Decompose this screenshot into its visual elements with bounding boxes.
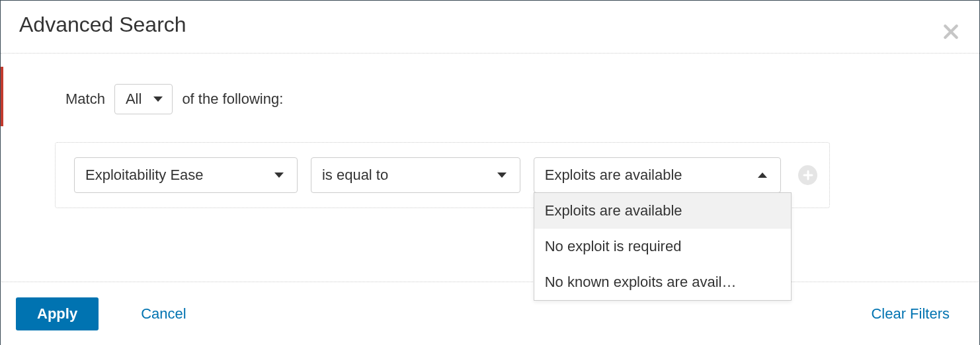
- cancel-link[interactable]: Cancel: [141, 305, 186, 323]
- close-icon[interactable]: [942, 23, 960, 40]
- match-suffix-label: of the following:: [182, 91, 283, 108]
- apply-button[interactable]: Apply: [16, 297, 99, 330]
- chevron-down-icon: [274, 172, 284, 178]
- advanced-search-modal: Advanced Search Match All of the followi…: [0, 0, 980, 345]
- left-accent-bar: [1, 67, 3, 126]
- clear-filters-link[interactable]: Clear Filters: [871, 305, 950, 323]
- filter-field-select[interactable]: Exploitability Ease: [74, 157, 298, 193]
- modal-body: Match All of the following: Exploitabili…: [1, 54, 979, 208]
- match-type-select[interactable]: All: [114, 84, 173, 114]
- match-row: Match All of the following:: [1, 84, 979, 114]
- filter-value-value: Exploits are available: [545, 167, 682, 184]
- add-filter-button[interactable]: [798, 165, 817, 185]
- match-type-value: All: [126, 91, 142, 108]
- match-prefix-label: Match: [65, 91, 105, 108]
- filter-clause: Exploitability Ease is equal to Exploits…: [55, 142, 830, 208]
- modal-footer: Apply Cancel Clear Filters: [1, 282, 979, 345]
- filter-operator-value: is equal to: [322, 167, 388, 184]
- filter-field-value: Exploitability Ease: [85, 167, 204, 184]
- dropdown-option[interactable]: No exploit is required: [534, 229, 791, 264]
- chevron-down-icon: [497, 172, 507, 178]
- modal-header: Advanced Search: [1, 1, 979, 54]
- filter-operator-select[interactable]: is equal to: [311, 157, 520, 193]
- chevron-up-icon: [758, 172, 767, 178]
- modal-title: Advanced Search: [19, 13, 961, 37]
- dropdown-option[interactable]: No known exploits are avail…: [534, 264, 791, 300]
- filter-value-dropdown: Exploits are available No exploit is req…: [534, 192, 792, 301]
- dropdown-option[interactable]: Exploits are available: [534, 193, 791, 229]
- chevron-down-icon: [153, 96, 163, 102]
- filter-value-select[interactable]: Exploits are available Exploits are avai…: [534, 157, 781, 193]
